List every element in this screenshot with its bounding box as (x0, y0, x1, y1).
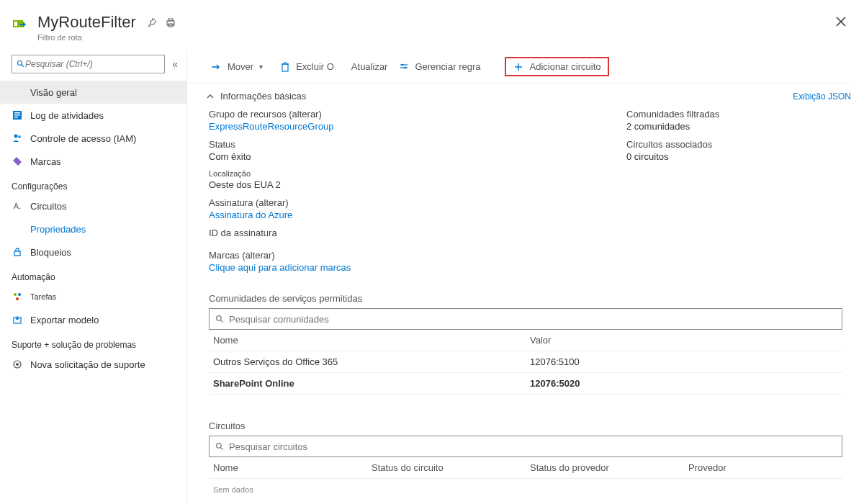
activity-log-icon (12, 109, 23, 121)
sidebar-item-label: Circuitos (30, 201, 67, 212)
resource-icon (12, 16, 29, 33)
circuits-no-data: Sem dados (209, 485, 842, 494)
tags-add-link[interactable]: Clique aqui para adicionar marcas (209, 262, 851, 273)
svg-point-16 (16, 297, 19, 300)
essentials-header: Informações básicas (220, 91, 306, 102)
svg-point-14 (14, 293, 17, 296)
resource-group-link[interactable]: ExpressRouteResourceGroup (209, 121, 425, 132)
circuits-col-circuit-status: Status do circuito (367, 462, 526, 473)
properties-icon (12, 223, 23, 235)
circuits-col-name: Nome (209, 462, 367, 473)
sidebar-item-tasks[interactable]: Tarefas (0, 285, 186, 308)
overview-icon (12, 86, 23, 98)
community-value: 12076:5100 (526, 356, 842, 367)
support-icon (12, 359, 23, 370)
pin-icon[interactable] (146, 17, 158, 29)
circuits-search[interactable] (209, 436, 842, 457)
sidebar-item-label: Log de atividades (30, 110, 104, 121)
community-value: 12076:5020 (526, 378, 842, 389)
location-label: Localização (209, 169, 425, 178)
associated-circuits-label: Circuitos associados (626, 139, 842, 150)
communities-search[interactable] (209, 308, 842, 330)
circuits-search-input[interactable] (229, 441, 836, 452)
export-template-icon (12, 314, 23, 325)
move-button[interactable]: Mover ▾ (203, 57, 270, 77)
search-icon (17, 60, 25, 68)
circuits-icon: A. (12, 200, 23, 212)
delete-icon (280, 62, 290, 72)
svg-point-25 (402, 63, 404, 66)
manage-rule-icon (399, 62, 409, 72)
sidebar-section-automation: Automação (0, 264, 186, 285)
refresh-button[interactable]: Atualizar (344, 57, 395, 76)
subscription-id-label: ID da assinatura (209, 228, 425, 238)
sidebar-item-new-support-request[interactable]: Nova solicitação de suporte (0, 353, 186, 376)
svg-line-32 (220, 447, 222, 449)
json-view-link[interactable]: Exibição JSON (793, 91, 851, 102)
button-label: Atualizar (351, 61, 388, 72)
sidebar-item-iam[interactable]: Controle de acesso (IAM) (0, 127, 186, 150)
sidebar-item-label: Propriedades (30, 224, 86, 235)
communities-search-input[interactable] (229, 314, 836, 325)
sidebar-item-properties[interactable]: Propriedades (0, 217, 186, 240)
essentials-collapse-icon[interactable] (206, 92, 215, 101)
search-icon (215, 442, 225, 451)
button-label: Gerenciar regra (415, 61, 480, 72)
svg-rect-10 (14, 117, 18, 118)
circuits-col-provider: Provedor (684, 462, 842, 473)
svg-rect-3 (168, 19, 173, 21)
community-name: SharePoint Online (209, 378, 526, 389)
svg-line-30 (220, 320, 222, 322)
communities-col-name: Nome (209, 335, 526, 346)
page-title: MyRouteFilter (37, 13, 136, 32)
manage-rule-button[interactable]: Gerenciar regra (392, 57, 487, 76)
svg-point-31 (217, 443, 222, 448)
sidebar-item-label: Marcas (30, 156, 61, 167)
svg-line-6 (22, 65, 24, 67)
collapse-sidebar-icon[interactable]: « (172, 58, 178, 70)
circuits-col-provider-status: Status do provedor (526, 462, 684, 473)
filtered-communities-value: 2 comunidades (626, 121, 842, 132)
svg-point-12 (18, 135, 21, 138)
svg-rect-9 (14, 114, 20, 116)
print-icon[interactable] (165, 17, 176, 29)
chevron-down-icon: ▾ (259, 63, 263, 71)
communities-section-title: Comunidades de serviços permitidas (187, 286, 851, 308)
associated-circuits-value: 0 circuitos (626, 151, 842, 162)
svg-rect-20 (282, 64, 288, 71)
svg-rect-8 (14, 112, 20, 114)
svg-point-29 (217, 315, 222, 320)
sidebar-item-circuits[interactable]: A. Circuitos (0, 194, 186, 217)
sidebar-item-activity-log[interactable]: Log de atividades (0, 104, 186, 127)
svg-point-5 (18, 61, 22, 66)
sidebar-item-label: Exportar modelo (30, 315, 99, 325)
sidebar-section-support: Suporte + solução de problemas (0, 331, 186, 353)
sidebar-search[interactable] (12, 55, 165, 73)
delete-button[interactable]: Excluir O (273, 57, 341, 76)
search-icon (215, 315, 225, 324)
filtered-communities-label: Comunidades filtradas (626, 109, 842, 120)
add-icon (513, 62, 523, 72)
add-circuit-button[interactable]: Adicionar circuito (505, 57, 609, 76)
svg-point-15 (18, 293, 21, 296)
sidebar-section-config: Configurações (0, 173, 186, 194)
sidebar-item-label: Controle de acesso (IAM) (30, 133, 136, 144)
close-icon[interactable] (832, 13, 850, 30)
resource-type-label: Filtro de rota (37, 33, 136, 42)
subscription-label: Assinatura (alterar) (209, 197, 425, 208)
sidebar-item-overview[interactable]: Visão geral (0, 81, 186, 104)
button-label: Adicionar circuito (529, 61, 600, 72)
svg-point-26 (405, 66, 407, 68)
sidebar-item-label: Nova solicitação de suporte (30, 359, 145, 370)
location-value: Oeste dos EUA 2 (209, 179, 425, 190)
sidebar-item-export-template[interactable]: Exportar modelo (0, 308, 186, 331)
svg-point-11 (14, 135, 18, 138)
sidebar-item-locks[interactable]: Bloqueios (0, 240, 186, 264)
subscription-link[interactable]: Assinatura do Azure (209, 210, 425, 220)
sidebar-item-tags[interactable]: Marcas (0, 150, 186, 173)
sidebar-search-input[interactable] (25, 59, 160, 69)
sidebar-item-label: Visão geral (30, 87, 77, 98)
move-icon (210, 61, 222, 73)
button-label: Mover (228, 61, 253, 72)
sidebar-item-label: Tarefas (30, 292, 56, 301)
